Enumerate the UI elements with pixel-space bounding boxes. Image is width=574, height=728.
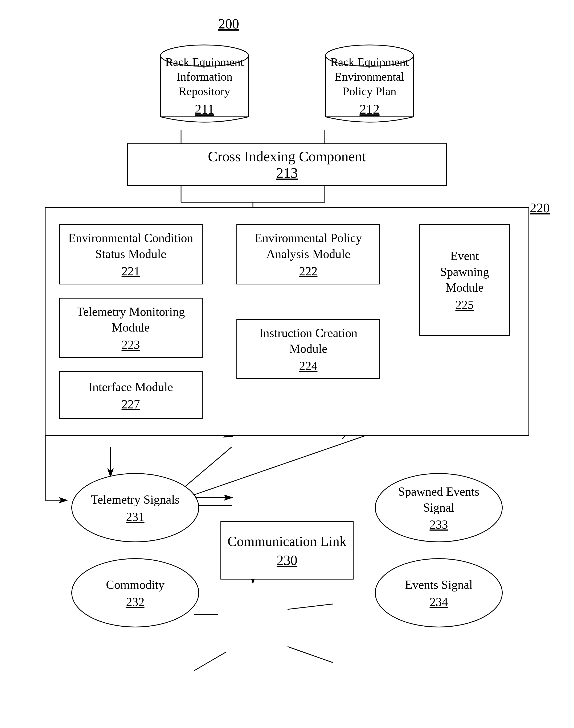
telemetry-monitoring-box: Telemetry Monitoring Module 223 <box>59 298 203 358</box>
cylinders-row: Rack Equipment Information Repository 21… <box>159 40 415 125</box>
telemetry-signals-oval: Telemetry Signals 231 <box>71 473 199 542</box>
comm-link-box: Communication Link 230 <box>220 521 354 580</box>
db2-text: Rack Equipment Environmental Policy Plan… <box>324 55 415 118</box>
db2-wrapper: Rack Equipment Environmental Policy Plan… <box>324 40 415 125</box>
large-container-220: 220 Environmental Condition Status Modul… <box>45 207 529 436</box>
diagram-top-label: 200 <box>218 16 239 32</box>
db1-wrapper: Rack Equipment Information Repository 21… <box>159 40 250 125</box>
interface-module-box: Interface Module 227 <box>59 371 203 419</box>
modules-center: Environmental Policy Analysis Module 222… <box>218 224 398 419</box>
modules-right: Event Spawning Module 225 <box>414 224 515 419</box>
spawned-events-oval: Spawned Events Signal 233 <box>375 473 503 542</box>
db2-cylinder: Rack Equipment Environmental Policy Plan… <box>324 40 415 125</box>
cross-indexing-box: Cross Indexing Component 213 <box>127 143 447 186</box>
bottom-section: Telemetry Signals 231 Commodity 232 Comm… <box>21 457 553 627</box>
svg-line-20 <box>194 652 226 671</box>
events-signal-oval: Events Signal 234 <box>375 558 503 627</box>
env-policy-box: Environmental Policy Analysis Module 222 <box>236 224 380 284</box>
svg-line-21 <box>288 647 333 663</box>
modules-left: Environmental Condition Status Module 22… <box>59 224 203 419</box>
modules-grid: Environmental Condition Status Module 22… <box>59 224 515 419</box>
container-220-label: 220 <box>530 200 550 216</box>
db1-cylinder: Rack Equipment Information Repository 21… <box>159 40 250 125</box>
env-condition-box: Environmental Condition Status Module 22… <box>59 224 203 284</box>
db1-text: Rack Equipment Information Repository 21… <box>159 55 250 118</box>
commodity-oval: Commodity 232 <box>71 558 199 627</box>
instruction-creation-box: Instruction Creation Module 224 <box>236 319 380 379</box>
event-spawning-box: Event Spawning Module 225 <box>419 224 510 336</box>
diagram-container: 200 Rack Equipment Information Repositor… <box>0 0 574 728</box>
